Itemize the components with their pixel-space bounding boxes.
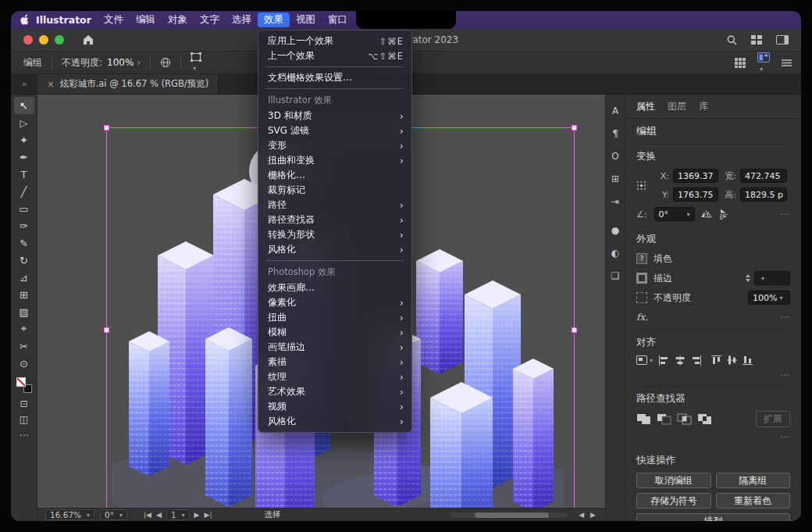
rotate-tool[interactable]: ↻ — [14, 252, 34, 269]
screen-mode-icon[interactable]: ◫ — [14, 412, 34, 427]
y-field[interactable]: 1763.75 — [673, 187, 718, 202]
menu-item[interactable] — [266, 260, 404, 261]
menu-item-effect-gallery[interactable]: 效果画廊… — [258, 280, 411, 295]
menubar-item[interactable]: 视图 — [290, 12, 322, 27]
save-as-symbol-button[interactable]: 存储为符号 — [636, 493, 711, 509]
pathfinder-exclude-icon[interactable] — [697, 413, 712, 425]
stroke-weight-dropdown[interactable] — [754, 271, 790, 285]
menu-item-texture[interactable]: 纹理 — [258, 370, 411, 384]
fill-swatch[interactable]: ? — [636, 253, 647, 264]
selection-handle[interactable] — [104, 125, 109, 130]
expand-button[interactable]: 扩展 — [756, 411, 790, 427]
menu-item-distort[interactable]: 扭曲 — [258, 310, 411, 325]
zoom-window-button[interactable] — [55, 35, 64, 45]
selection-tool[interactable]: ↖ — [14, 97, 34, 114]
transform-options-icon[interactable] — [191, 52, 201, 73]
pencil-tool[interactable]: ✎ — [14, 234, 34, 252]
scale-tool[interactable]: ⊿ — [14, 269, 34, 286]
pathfinder-intersect-icon[interactable] — [677, 413, 692, 425]
prev-artboard-icon[interactable]: ◀ — [156, 511, 162, 519]
menu-item-svg-filters[interactable]: SVG 滤镜 — [258, 123, 411, 138]
menu-item-crop-marks[interactable]: 裁剪标记 — [258, 183, 411, 198]
panel-menu-icon[interactable] — [782, 59, 792, 66]
edit-toolbar-icon[interactable]: ⋯ — [14, 427, 34, 443]
stroke-weight-stepper[interactable] — [746, 274, 750, 282]
pathfinder-unite-icon[interactable] — [636, 413, 651, 425]
selection-handle[interactable] — [572, 125, 577, 130]
document-tab[interactable]: × 炫彩城市.ai @ 16.67 % (RGB/预览) — [37, 74, 219, 94]
menubar-item[interactable]: 文件 — [98, 12, 130, 27]
pathfinder-minus-front-icon[interactable] — [657, 413, 671, 425]
paragraph-panel-icon[interactable]: ¶ — [606, 122, 625, 145]
opacity-value-dropdown[interactable]: 100% — [107, 57, 141, 68]
menu-item-blur[interactable]: 模糊 — [258, 325, 411, 340]
last-artboard-icon[interactable]: ▶| — [205, 511, 212, 519]
align-bottom-icon[interactable] — [743, 355, 753, 366]
ungroup-button[interactable]: 取消编组 — [636, 473, 711, 488]
flip-horizontal-icon[interactable] — [700, 210, 712, 219]
document-grid-icon[interactable] — [735, 58, 746, 68]
direct-selection-tool[interactable]: ▷ — [14, 114, 34, 131]
menu-item-pixelate[interactable]: 像素化 — [258, 295, 411, 310]
toolbar-expand-icon[interactable] — [11, 74, 37, 94]
paintbrush-tool[interactable]: ✑ — [14, 217, 34, 234]
menu-item-warp[interactable]: 变形 — [258, 138, 411, 153]
rotation-angle-dropdown[interactable]: 0° — [654, 207, 695, 221]
tab-libraries[interactable]: 库 — [699, 100, 708, 113]
menu-item[interactable] — [266, 88, 404, 89]
search-icon[interactable] — [727, 35, 737, 45]
menu-item-convert-to-shape[interactable]: 转换为形状 — [258, 227, 411, 242]
more-options-icon[interactable] — [780, 209, 790, 220]
menu-item-rasterize[interactable]: 栅格化… — [258, 168, 411, 183]
selection-handle[interactable] — [572, 327, 577, 333]
menu-item-stylize-ps[interactable]: 风格化 — [258, 414, 411, 429]
menu-item-distort-transform[interactable]: 扭曲和变换 — [258, 153, 411, 168]
opentype-panel-icon[interactable]: O — [606, 145, 625, 167]
isolate-group-button[interactable]: 隔离组 — [716, 473, 791, 488]
apple-logo-icon[interactable] — [20, 14, 30, 26]
scissors-tool[interactable]: ✂ — [14, 337, 34, 355]
recolor-button[interactable]: 重新着色 — [716, 493, 791, 509]
menu-item-path[interactable]: 路径 — [258, 198, 411, 212]
menubar-item[interactable]: 选择 — [226, 12, 258, 27]
fx-button[interactable]: fx. — [636, 312, 648, 323]
pen-tool[interactable]: ✒ — [14, 148, 34, 166]
menu-item-pathfinder[interactable]: 路径查找器 — [258, 212, 411, 227]
artboard-number-dropdown[interactable]: 1 — [166, 509, 190, 520]
menu-item-document-raster-settings[interactable]: 文档栅格效果设置… — [258, 70, 411, 85]
horizontal-scrollbar[interactable] — [450, 512, 567, 518]
minimize-window-button[interactable] — [39, 35, 48, 45]
align-right-icon[interactable] — [691, 355, 702, 366]
menubar-item[interactable]: 效果 — [258, 12, 290, 27]
workspace-switcher-icon[interactable] — [757, 52, 770, 73]
menubar-item[interactable]: 编辑 — [130, 12, 162, 27]
next-artboard-icon[interactable]: ▶ — [194, 511, 200, 519]
glyphs-panel-icon[interactable]: ⊞ — [606, 167, 625, 190]
menu-item[interactable]: Illustrator 效果 — [258, 92, 411, 109]
x-field[interactable]: 1369.37 — [673, 169, 718, 183]
zoom-level-dropdown[interactable]: 16.67% — [45, 509, 94, 520]
home-icon[interactable] — [83, 34, 94, 45]
menu-item-video[interactable]: 视频 — [258, 399, 411, 414]
color-panel-icon[interactable]: ● — [606, 219, 625, 241]
fill-stroke-swatches[interactable] — [16, 377, 32, 393]
align-top-icon[interactable] — [711, 355, 721, 366]
character-panel-icon[interactable]: A — [606, 99, 625, 122]
gradient-tool[interactable]: ▧ — [14, 303, 34, 320]
menubar-item[interactable]: 对象 — [162, 12, 194, 27]
rotation-dropdown[interactable]: 0° — [100, 509, 127, 520]
stroke-swatch[interactable] — [636, 273, 647, 284]
active-app-name[interactable]: Illustrator — [33, 14, 98, 26]
more-options-icon[interactable] — [780, 431, 790, 442]
menubar-item[interactable]: 窗口 — [322, 12, 354, 27]
draw-mode-icon[interactable]: ⊡ — [14, 396, 34, 412]
close-tab-icon[interactable]: × — [47, 79, 55, 90]
menu-item-3d-materials[interactable]: 3D 和材质 — [258, 109, 411, 123]
eyedropper-tool[interactable]: ⌖ — [14, 320, 34, 337]
menubar-item[interactable]: 文字 — [194, 12, 226, 27]
magic-wand-tool[interactable]: ✦ — [14, 131, 34, 148]
line-tool[interactable]: ╱ — [14, 183, 34, 200]
opacity-swatch-icon[interactable] — [636, 292, 647, 303]
width-field[interactable]: 472.745 — [740, 169, 787, 183]
zoom-tool[interactable]: ⊙ — [14, 355, 34, 372]
